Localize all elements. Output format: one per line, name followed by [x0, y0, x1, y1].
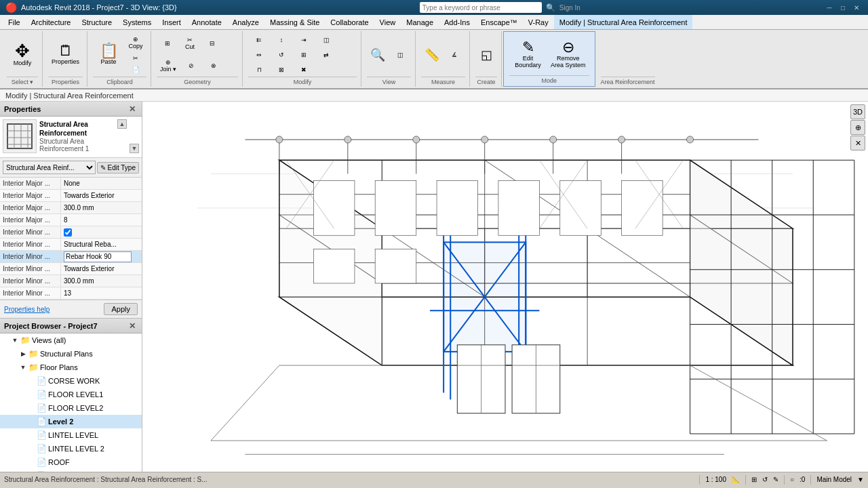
maximize-button[interactable]: □: [837, 1, 849, 14]
prop-val-5[interactable]: [61, 226, 142, 238]
views-folder-icon: 📁: [20, 336, 31, 345]
floor-level1-icon: 📄: [37, 390, 47, 399]
search-input[interactable]: [420, 2, 542, 13]
paint-button[interactable]: ⊗: [203, 60, 224, 71]
scale-button[interactable]: ⇄: [315, 49, 337, 60]
tree-item-roof[interactable]: ▶ 📄 ROOF: [0, 455, 142, 469]
un-join-button[interactable]: ⊟: [201, 38, 223, 49]
tree-item-views-all[interactable]: ▼ 📁 Views (all): [0, 333, 142, 347]
cut-geometry-button[interactable]: ✂Cut: [179, 35, 201, 53]
cut-button[interactable]: ✂: [125, 53, 146, 64]
floor-plans-expander[interactable]: ▼: [19, 363, 27, 371]
menu-systems[interactable]: Systems: [117, 15, 157, 29]
status-worksets-icon[interactable]: ⊞: [751, 476, 757, 483]
menu-addins[interactable]: Add-Ins: [439, 15, 475, 29]
prop-val-7[interactable]: [61, 251, 142, 262]
copy-item-button[interactable]: ◫: [315, 35, 337, 45]
tree-item-floor-level1[interactable]: ▶ 📄 FLOOR LEVEL1: [0, 388, 142, 401]
menu-collaborate[interactable]: Collaborate: [325, 15, 374, 29]
menu-modify[interactable]: Modify | Structural Area Reinforcement: [554, 15, 693, 29]
view-btn[interactable]: 🔍: [367, 45, 389, 64]
project-browser-close[interactable]: ✕: [127, 321, 138, 331]
menu-file[interactable]: File: [3, 15, 26, 29]
paste-button[interactable]: 📋 Paste: [93, 41, 124, 68]
group-label-measure: Measure: [421, 77, 465, 85]
tree-item-lintel-level[interactable]: ▶ 📄 LINTEL LEVEL: [0, 428, 142, 442]
prop-val-1[interactable]: None: [61, 178, 142, 189]
prop-val-8[interactable]: Towards Exterior: [61, 263, 142, 274]
move-button[interactable]: ↕: [271, 35, 292, 45]
properties-button[interactable]: 🗒 Properties: [48, 41, 83, 68]
menu-view[interactable]: View: [374, 15, 401, 29]
vp-btn-scale[interactable]: ⊕: [850, 120, 865, 135]
rebar-hook-input[interactable]: [64, 251, 132, 262]
tree-item-structural-plans[interactable]: ▶ 📁 Structural Plans: [0, 347, 142, 361]
tree-item-site[interactable]: ▶ 📄 Site: [0, 469, 142, 472]
structural-plans-expander[interactable]: ▶: [19, 350, 27, 358]
menu-massing[interactable]: Massing & Site: [264, 15, 325, 29]
status-sync-icon[interactable]: ↺: [762, 476, 768, 483]
ribbon-group-geometry: ⊞ ✂Cut ⊟ ⊕Join ▾ ⊘ ⊗ Geometry: [153, 31, 243, 87]
close-button[interactable]: ✕: [850, 1, 863, 14]
interior-minor-checkbox[interactable]: [64, 228, 72, 237]
remove-area-system-button[interactable]: ⊖ RemoveArea System: [547, 38, 589, 71]
type-scroll-up[interactable]: ▲: [117, 119, 127, 129]
array-button[interactable]: ⊞: [293, 49, 315, 60]
prop-val-9[interactable]: 300.0 mm: [61, 275, 142, 287]
properties-help-link[interactable]: Properties help: [4, 306, 50, 313]
vp-btn-close[interactable]: ✕: [850, 136, 865, 150]
tree-item-floor-level2[interactable]: ▶ 📄 FLOOR LEVEL2: [0, 401, 142, 415]
trim-button[interactable]: ⊓: [248, 64, 270, 75]
menu-analyze[interactable]: Analyze: [227, 15, 264, 29]
search-icon[interactable]: 🔍: [546, 3, 555, 12]
join-button[interactable]: ⊕Join ▾: [157, 57, 180, 75]
tree-item-lintel-level2[interactable]: ▶ 📄 LINTEL LEVEL 2: [0, 442, 142, 455]
type-scroll-down[interactable]: ▼: [130, 144, 139, 153]
status-model-dropdown[interactable]: ▼: [857, 476, 864, 483]
prop-val-4[interactable]: 8: [61, 214, 142, 226]
delete-button[interactable]: ✖: [293, 64, 315, 75]
floor-level2-label: FLOOR LEVEL2: [48, 404, 103, 412]
minimize-button[interactable]: ─: [823, 1, 835, 14]
menu-enscape[interactable]: Enscape™: [475, 15, 523, 29]
edit-boundary-button[interactable]: ✎ EditBoundary: [509, 38, 547, 71]
views-all-expander[interactable]: ▼: [11, 336, 19, 344]
mirror-button[interactable]: ⇔: [248, 49, 270, 60]
revit-logo: 🔴: [5, 2, 17, 13]
tree-item-level2[interactable]: ▶ 📄 Level 2: [0, 415, 142, 428]
measure-btn[interactable]: 📏: [421, 45, 443, 64]
align-button[interactable]: ⇇: [248, 35, 270, 45]
modify-button[interactable]: ✥ Modify: [7, 40, 38, 69]
wall-joins-button[interactable]: ⊘: [180, 60, 202, 71]
menu-architecture[interactable]: Architecture: [26, 15, 77, 29]
status-edit-icon[interactable]: ✎: [773, 476, 778, 483]
menu-manage[interactable]: Manage: [401, 15, 439, 29]
tree-item-corse-work[interactable]: ▶ 📄 CORSE WORK: [0, 374, 142, 388]
vp-btn-3d[interactable]: 3D: [850, 104, 865, 119]
split-button[interactable]: ⊠: [271, 64, 292, 75]
join-geometry-button[interactable]: ⊞: [157, 38, 178, 49]
prop-val-3[interactable]: 300.0 mm: [61, 202, 142, 214]
sign-in-text[interactable]: Sign In: [559, 4, 580, 12]
menu-annotate[interactable]: Annotate: [186, 15, 227, 29]
rotate-button[interactable]: ↺: [271, 49, 292, 60]
create-btn[interactable]: ◱: [475, 45, 497, 64]
copy-button[interactable]: ⊕Copy: [125, 34, 146, 52]
menu-structure[interactable]: Structure: [76, 15, 117, 29]
prop-val-10[interactable]: 13: [61, 287, 142, 299]
menu-vray[interactable]: V-Ray: [523, 15, 554, 29]
menu-insert[interactable]: Insert: [157, 15, 186, 29]
tree-item-floor-plans[interactable]: ▼ 📁 Floor Plans: [0, 361, 142, 374]
properties-panel-close[interactable]: ✕: [127, 104, 138, 115]
apply-button[interactable]: Apply: [104, 303, 138, 315]
prop-val-6[interactable]: Structural Reba...: [61, 239, 142, 250]
viewport[interactable]: 3D ⊕ ✕: [142, 102, 868, 472]
measure-btn2[interactable]: ∡: [443, 49, 465, 60]
view-btn2[interactable]: ◫: [389, 49, 411, 60]
clipboard-extra-button[interactable]: 📄: [125, 64, 146, 75]
status-scale-icon[interactable]: 📐: [732, 476, 740, 483]
structural-area-reinf-dropdown[interactable]: Structural Area Reinf...: [3, 161, 96, 174]
offset-button[interactable]: ⇥: [293, 35, 315, 45]
prop-val-2[interactable]: Towards Exterior: [61, 190, 142, 201]
edit-type-button[interactable]: ✎ Edit Type: [97, 162, 139, 174]
